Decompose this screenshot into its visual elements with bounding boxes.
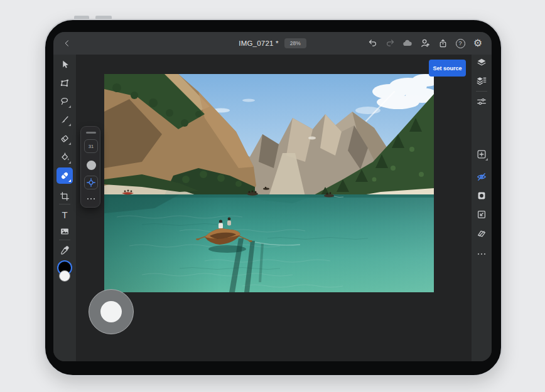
image-icon [59, 226, 70, 237]
visibility-off-eye-icon [476, 171, 487, 183]
subtool-indicator [68, 105, 71, 108]
subtool-indicator [68, 124, 71, 126]
layer-mask-button[interactable] [473, 225, 490, 241]
clip-mask-button[interactable] [473, 206, 490, 223]
tool-transform[interactable] [57, 75, 73, 92]
brush-preview-icon [87, 161, 96, 170]
panel-drag-handle[interactable] [86, 132, 96, 134]
tool-crop[interactable] [57, 188, 73, 204]
clip-mask-icon [476, 209, 487, 220]
layer-thumbnail-button[interactable] [473, 188, 490, 204]
tablet-device: Set source IMG_0721 * 28% [44, 19, 502, 376]
desktop-background: Set source IMG_0721 * 28% [0, 0, 545, 392]
chevron-left-icon [63, 39, 72, 48]
more-options-icon [478, 253, 486, 255]
redo-icon [385, 38, 396, 49]
clone-source-button[interactable] [84, 176, 98, 189]
gear-icon: ⚙ [473, 38, 482, 48]
taskbar-divider [476, 91, 487, 92]
brush-preview-button[interactable] [84, 158, 98, 172]
toolbar-divider [59, 204, 70, 204]
cloud-icon [402, 38, 413, 49]
brush-size-value: 31 [89, 144, 94, 149]
cloud-sync-button[interactable] [401, 37, 414, 50]
tool-move[interactable] [57, 56, 73, 73]
background-color-chip[interactable] [59, 270, 70, 282]
tool-place-photo[interactable] [57, 223, 73, 240]
subtool-indicator [68, 142, 71, 145]
undo-icon [367, 38, 378, 49]
subtool-indicator [68, 179, 71, 182]
tool-options-panel[interactable]: 31 [80, 126, 100, 208]
undo-button[interactable] [366, 37, 379, 50]
tool-fill[interactable] [57, 149, 73, 166]
more-options-icon [81, 198, 101, 200]
document-title: IMG_0721 * [239, 40, 278, 47]
layer-properties-icon [476, 75, 487, 87]
set-source-button[interactable]: Set source [429, 60, 466, 77]
tool-healing-brush[interactable] [57, 167, 73, 184]
share-export-icon [438, 38, 448, 49]
top-bar: IMG_0721 * 28% [53, 32, 492, 55]
tool-eraser[interactable] [57, 130, 73, 147]
layer-mask-icon [476, 228, 487, 239]
type-tool-icon: T [62, 209, 67, 220]
help-icon: ? [456, 39, 465, 48]
settings-button[interactable]: ⚙ [472, 37, 484, 50]
touch-shortcut-control[interactable] [89, 289, 134, 334]
layer-visibility-button[interactable] [473, 169, 490, 185]
transform-icon [59, 78, 70, 89]
toolbar-divider [59, 240, 70, 240]
touch-shortcut-inner[interactable] [100, 301, 122, 322]
subtool-indicator [485, 158, 488, 161]
tool-brush[interactable] [57, 112, 73, 128]
invite-people-button[interactable] [419, 37, 431, 50]
layers-button[interactable] [473, 55, 490, 71]
share-button[interactable] [436, 37, 449, 50]
tool-lasso[interactable] [57, 93, 73, 110]
taskbar-more-options-button[interactable] [473, 246, 490, 262]
adjustments-button[interactable] [473, 93, 490, 110]
redo-button[interactable] [384, 37, 396, 50]
subtool-indicator [68, 161, 71, 164]
canvas-area[interactable]: Set source [76, 55, 472, 361]
tool-type[interactable]: T [57, 206, 73, 223]
panel-more-options-button[interactable] [81, 194, 101, 203]
left-toolbar: T [53, 55, 76, 361]
brush-size-button[interactable]: 31 [84, 139, 98, 153]
zoom-level-badge[interactable]: 28% [284, 38, 306, 48]
right-taskbar [472, 55, 492, 361]
clone-source-crosshair-icon [85, 177, 97, 188]
layer-thumbnail-icon [476, 190, 487, 201]
add-layer-button[interactable] [473, 146, 490, 162]
adjustments-sliders-icon [476, 96, 487, 107]
top-bar-actions: ? ⚙ [366, 32, 484, 55]
tool-eyedropper[interactable] [57, 242, 73, 258]
help-button[interactable]: ? [454, 37, 467, 50]
photo-layer[interactable] [104, 74, 434, 292]
layers-icon [476, 57, 487, 68]
layer-properties-button[interactable] [473, 73, 490, 89]
person-add-icon [419, 38, 431, 49]
app-screen: Set source IMG_0721 * 28% [53, 32, 492, 361]
back-button[interactable] [61, 37, 73, 50]
move-cursor-icon [59, 59, 70, 70]
crop-icon [59, 191, 70, 202]
eyedropper-icon [59, 245, 70, 256]
